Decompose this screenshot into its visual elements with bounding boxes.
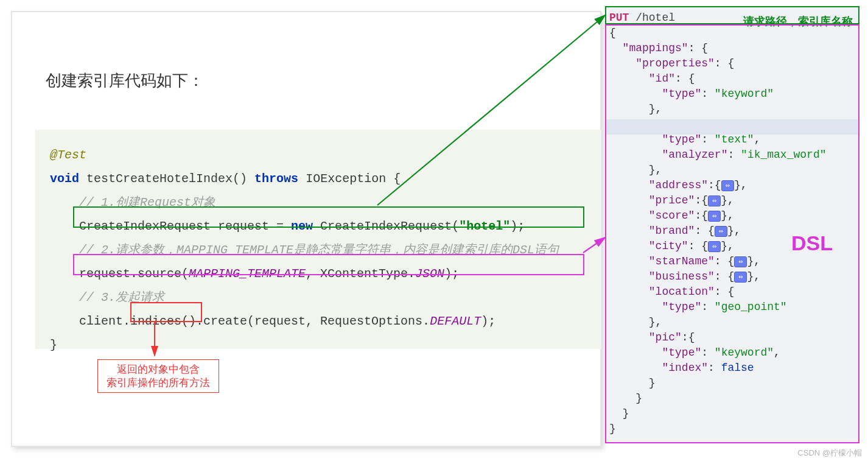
http-method: PUT: [609, 12, 629, 24]
comment-1: // 1.创建Request对象: [79, 195, 215, 209]
k-pic: "pic": [649, 331, 682, 343]
line-create-req-a: CreateIndexRequest request =: [79, 219, 291, 233]
line-create-req-c: );: [510, 219, 525, 233]
http-path: /hotel: [635, 12, 675, 24]
note-line2: 索引库操作的所有方法: [98, 376, 219, 390]
dsl-panel: PUT /hotel { "mappings": { "properties":…: [605, 6, 859, 443]
v-ik: "ik_max_word": [741, 149, 826, 161]
note-indices: 返回的对象中包含 索引库操作的所有方法: [97, 359, 219, 393]
k-brand: "brand": [649, 225, 695, 237]
json-const: JSON: [415, 267, 444, 281]
default-const: DEFAULT: [430, 314, 481, 328]
str-hotel: "hotel": [459, 219, 510, 233]
k-index: "index": [662, 362, 708, 374]
v-keyword2: "keyword": [715, 347, 774, 359]
fold-icon[interactable]: ⇔: [708, 241, 721, 252]
watermark: CSDN @柠檬小帽: [797, 448, 862, 459]
line-source-b: , XContentType.: [306, 267, 415, 281]
close-brace: }: [50, 338, 57, 352]
fold-icon[interactable]: ⇔: [734, 272, 747, 283]
dsl-big-label: DSL: [791, 231, 833, 255]
k-location: "location": [649, 286, 715, 298]
section-title: 创建索引库代码如下：: [46, 70, 204, 91]
k-id: "id": [649, 72, 675, 85]
k-properties: "properties": [635, 57, 715, 69]
kw-throws: throws: [254, 172, 298, 186]
k-starname: "starName": [649, 255, 715, 267]
note-line1: 返回的对象中包含: [98, 363, 219, 376]
line-source-a: request.source(: [79, 267, 189, 281]
dsl-code: PUT /hotel { "mappings": { "properties":…: [606, 7, 859, 440]
k-address: "address": [649, 179, 708, 191]
k-type2: "type": [662, 133, 701, 146]
line-source-c: );: [444, 267, 459, 281]
kw-new: new: [291, 219, 313, 233]
left-panel: 创建索引库代码如下： @Test void testCreateHotelInd…: [11, 11, 601, 447]
comment-2: // 2.请求参数，MAPPING_TEMPLATE是静态常量字符串，内容是创建…: [79, 243, 559, 257]
line-client-b: .create(request, RequestOptions.: [196, 314, 430, 328]
annotation: @Test: [50, 148, 86, 162]
k-mappings: "mappings": [623, 42, 688, 54]
fold-icon[interactable]: ⇔: [708, 195, 721, 206]
k-type3: "type": [662, 301, 701, 313]
comment-3: // 3.发起请求: [79, 290, 164, 304]
v-keyword: "keyword": [715, 88, 774, 100]
k-price: "price": [649, 194, 695, 206]
fold-icon[interactable]: ⇔: [715, 226, 727, 237]
java-code-block: @Test void testCreateHotelIndex() throws…: [35, 130, 601, 349]
k-type: "type": [662, 88, 701, 100]
line-create-req-b: CreateIndexRequest(: [313, 219, 459, 233]
exception: IOException {: [306, 172, 401, 186]
v-text: "text": [715, 133, 754, 146]
v-false: false: [721, 362, 754, 374]
k-business: "business": [649, 270, 715, 283]
fold-icon[interactable]: ⇔: [708, 211, 721, 222]
mapping-template: MAPPING_TEMPLATE: [189, 267, 306, 281]
line-client-a: client.: [79, 314, 130, 328]
k-analyzer: "analyzer": [662, 149, 727, 161]
current-line-highlight: [605, 119, 859, 135]
header-label: 请求路径，索引库名称: [743, 14, 853, 29]
k-score: "score": [649, 209, 695, 222]
fold-icon[interactable]: ⇔: [734, 256, 747, 267]
indices-call: indices(): [130, 314, 196, 328]
line-client-c: );: [481, 314, 495, 328]
page-root: 创建索引库代码如下： @Test void testCreateHotelInd…: [0, 0, 868, 461]
kw-void: void: [50, 172, 79, 186]
fold-icon[interactable]: ⇔: [721, 180, 734, 191]
v-geopoint: "geo_point": [715, 301, 787, 313]
k-type4: "type": [662, 347, 701, 359]
method-name: testCreateHotelIndex(): [86, 172, 247, 186]
k-city: "city": [649, 240, 688, 252]
